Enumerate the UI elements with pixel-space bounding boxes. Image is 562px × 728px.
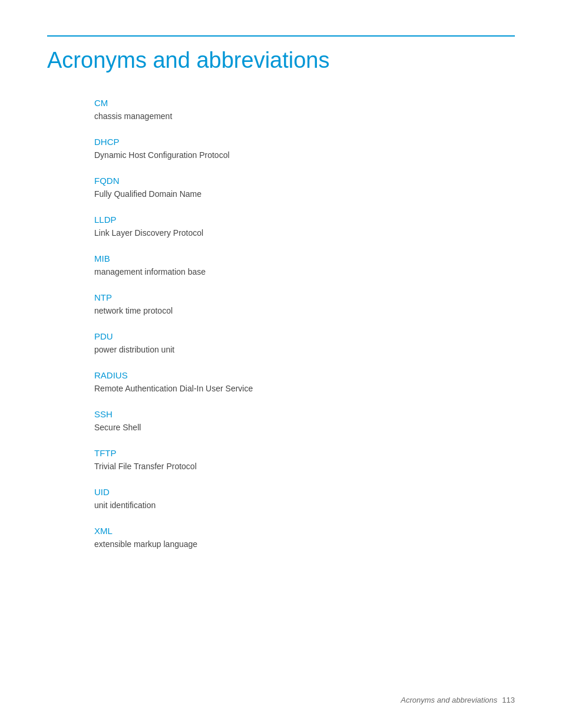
acronym-entry: TFTPTrivial File Transfer Protocol xyxy=(94,448,515,473)
acronym-definition: unit identification xyxy=(94,499,515,512)
acronym-term: DHCP xyxy=(94,137,515,147)
acronym-definition: extensible markup language xyxy=(94,538,515,551)
acronym-definition: network time protocol xyxy=(94,305,515,317)
acronym-term: XML xyxy=(94,526,515,536)
acronym-term: MIB xyxy=(94,253,515,263)
page-container: Acronyms and abbreviations CMchassis man… xyxy=(0,0,562,612)
acronym-entry: UIDunit identification xyxy=(94,487,515,512)
footer-text: Acronyms and abbreviations xyxy=(401,696,497,704)
acronym-term: SSH xyxy=(94,409,515,419)
page-title: Acronyms and abbreviations xyxy=(47,47,515,74)
acronym-term: NTP xyxy=(94,292,515,302)
acronym-entry: PDUpower distribution unit xyxy=(94,331,515,356)
acronym-term: PDU xyxy=(94,331,515,341)
acronym-definition: Secure Shell xyxy=(94,421,515,434)
acronym-term: UID xyxy=(94,487,515,497)
acronym-term: RADIUS xyxy=(94,370,515,380)
acronym-definition: Remote Authentication Dial-In User Servi… xyxy=(94,383,515,395)
acronym-entry: FQDNFully Qualified Domain Name xyxy=(94,176,515,200)
acronym-entry: SSHSecure Shell xyxy=(94,409,515,434)
acronym-definition: management information base xyxy=(94,266,515,278)
acronym-term: LLDP xyxy=(94,215,515,225)
acronym-term: TFTP xyxy=(94,448,515,458)
acronym-entry: CMchassis management xyxy=(94,98,515,123)
top-border xyxy=(47,35,515,37)
acronym-definition: chassis management xyxy=(94,110,515,123)
acronym-term: CM xyxy=(94,98,515,108)
acronyms-list: CMchassis managementDHCPDynamic Host Con… xyxy=(94,98,515,551)
acronym-definition: Trivial File Transfer Protocol xyxy=(94,460,515,473)
acronym-entry: XMLextensible markup language xyxy=(94,526,515,551)
acronym-definition: Link Layer Discovery Protocol xyxy=(94,227,515,239)
acronym-definition: power distribution unit xyxy=(94,344,515,356)
footer-page-number: 113 xyxy=(502,696,515,704)
page-footer: Acronyms and abbreviations 113 xyxy=(401,696,515,704)
acronym-entry: DHCPDynamic Host Configuration Protocol xyxy=(94,137,515,162)
acronym-term: FQDN xyxy=(94,176,515,186)
acronym-entry: NTPnetwork time protocol xyxy=(94,292,515,317)
acronym-definition: Fully Qualified Domain Name xyxy=(94,188,515,200)
acronym-definition: Dynamic Host Configuration Protocol xyxy=(94,149,515,162)
acronym-entry: MIBmanagement information base xyxy=(94,253,515,278)
acronym-entry: RADIUSRemote Authentication Dial-In User… xyxy=(94,370,515,395)
acronym-entry: LLDPLink Layer Discovery Protocol xyxy=(94,215,515,239)
